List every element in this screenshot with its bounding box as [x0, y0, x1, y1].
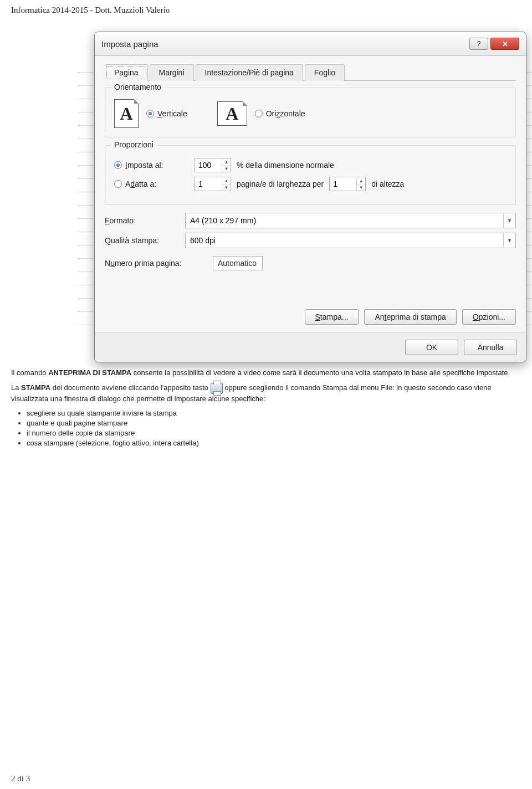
ok-button[interactable]: OK [405, 340, 458, 355]
options-button[interactable]: Opzioni... [462, 309, 516, 325]
tab-bar: Pagina Margini Intestazione/Piè di pagin… [105, 64, 516, 81]
scaling-group: Proporzioni Imposta al: ▲▼ % della dimen… [105, 145, 516, 205]
adjust-spinbox[interactable]: ▲▼ [195, 158, 231, 172]
list-item: cosa stampare (selezione, foglio attivo,… [27, 439, 521, 447]
adjust-suffix: % della dimensione normale [237, 161, 334, 170]
orientation-group: Orientamento A Verticale A Orizzontale [105, 88, 516, 137]
radio-checked-icon [114, 161, 122, 169]
landscape-icon: A [217, 101, 247, 126]
print-button[interactable]: Stampa... [305, 309, 359, 325]
paper-size-combo[interactable]: ▼ [185, 213, 516, 228]
fit-radio[interactable]: Adatta a: [114, 180, 189, 188]
preview-button[interactable]: Anteprima di stampa [364, 309, 456, 325]
paragraph-2: La STAMPA del documento avviene cliccand… [11, 383, 521, 404]
adjust-radio[interactable]: Imposta al: [114, 161, 189, 170]
fit-tall-suffix: di altezza [371, 180, 404, 188]
close-button[interactable]: ✕ [490, 38, 519, 50]
list-item: il numero delle copie da stampare [27, 429, 521, 437]
adjust-value[interactable] [195, 159, 222, 171]
tab-pagina[interactable]: Pagina [105, 64, 148, 81]
page-setup-dialog: Imposta pagina ? ✕ Pagina Margini Intest… [94, 32, 526, 362]
help-button[interactable]: ? [469, 38, 488, 50]
radio-unchecked-icon [114, 180, 122, 188]
portrait-radio[interactable]: Verticale [146, 109, 187, 118]
paper-size-label: Formato: [105, 216, 180, 225]
print-quality-label: Qualità stampa: [105, 236, 180, 245]
radio-unchecked-icon [255, 110, 263, 117]
tab-margini[interactable]: Margini [150, 64, 194, 81]
dialog-body: Pagina Margini Intestazione/Piè di pagin… [95, 56, 526, 332]
tab-foglio[interactable]: Foglio [305, 64, 345, 81]
spin-arrows-icon[interactable]: ▲▼ [222, 178, 231, 191]
landscape-label: Orizzontale [266, 109, 305, 118]
print-quality-value[interactable] [186, 234, 503, 247]
spin-arrows-icon[interactable]: ▲▼ [222, 159, 231, 172]
list-item: scegliere su quale stampante inviare la … [27, 409, 521, 417]
fit-wide-value[interactable] [195, 178, 222, 190]
fit-wide-spinbox[interactable]: ▲▼ [195, 177, 231, 191]
portrait-icon: A [114, 99, 139, 128]
fit-wide-suffix: pagina/e di larghezza per [237, 180, 324, 188]
paragraph-1: Il comando ANTEPRIMA DI STAMPA consente … [11, 368, 521, 378]
adjust-label: Imposta al: [125, 161, 163, 170]
fit-tall-spinbox[interactable]: ▲▼ [329, 177, 366, 191]
first-page-label: Numero prima pagina: [105, 259, 207, 268]
chevron-down-icon[interactable]: ▼ [503, 233, 515, 248]
cancel-button[interactable]: Annulla [464, 340, 517, 355]
landscape-radio[interactable]: Orizzontale [255, 109, 305, 118]
spin-arrows-icon[interactable]: ▲▼ [356, 178, 365, 191]
portrait-label: Verticale [157, 109, 187, 118]
fit-tall-value[interactable] [330, 178, 356, 190]
dialog-title: Imposta pagina [101, 39, 467, 49]
radio-checked-icon [146, 110, 154, 117]
chevron-down-icon[interactable]: ▼ [503, 213, 515, 228]
list-item: quante e quali pagine stampare [27, 419, 521, 427]
print-quality-combo[interactable]: ▼ [185, 233, 516, 248]
fit-label: Adatta a: [125, 180, 156, 188]
page-header: Informatica 2014-2015 - Dott. Muzzioli V… [11, 6, 521, 15]
printer-icon [211, 383, 223, 394]
scaling-legend: Proporzioni [111, 140, 157, 149]
bullet-list: scegliere su quale stampante inviare la … [27, 409, 521, 447]
dialog-titlebar: Imposta pagina ? ✕ [95, 32, 526, 56]
tab-intestazione[interactable]: Intestazione/Piè di pagina [196, 64, 303, 81]
dialog-screenshot: Imposta pagina ? ✕ Pagina Margini Intest… [94, 32, 526, 362]
paper-size-value[interactable] [186, 214, 503, 227]
dialog-footer: OK Annulla [95, 332, 526, 362]
orientation-legend: Orientamento [111, 83, 165, 91]
first-page-value[interactable]: Automatico [213, 256, 263, 270]
